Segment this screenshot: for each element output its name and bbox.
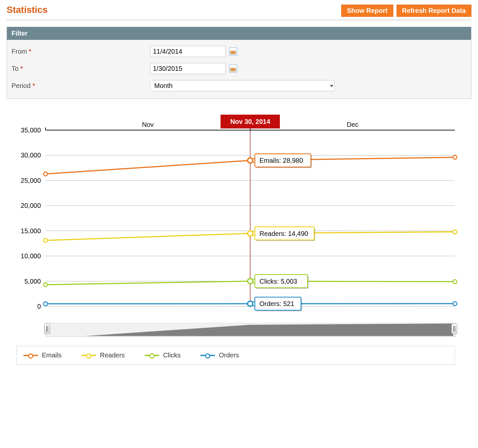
legend-item-emails[interactable]: Emails [23, 351, 62, 359]
svg-text:Nov: Nov [142, 121, 154, 128]
svg-point-24 [44, 172, 47, 176]
filter-row-period: Period * Month [12, 80, 466, 91]
svg-point-55 [248, 301, 253, 306]
svg-text:15,000: 15,000 [21, 227, 41, 235]
svg-text:30,000: 30,000 [21, 152, 41, 159]
calendar-icon[interactable] [229, 65, 237, 72]
legend-swatch-icon [200, 355, 215, 356]
svg-point-27 [44, 238, 47, 242]
svg-point-50 [248, 279, 253, 284]
required-marker: * [20, 65, 23, 72]
legend-swatch-icon [23, 355, 38, 356]
period-select[interactable]: Month [150, 80, 335, 91]
filter-panel-title: Filter [7, 27, 471, 40]
legend-label: Emails [42, 351, 62, 359]
chart-range-scroller[interactable] [45, 323, 456, 339]
svg-text:Readers: 14,490: Readers: 14,490 [259, 230, 308, 237]
svg-text:0: 0 [37, 303, 41, 310]
svg-point-33 [44, 302, 47, 306]
svg-point-35 [453, 302, 457, 306]
page-header: Statistics Show Report Refresh Report Da… [7, 3, 471, 21]
to-date-input[interactable] [150, 63, 226, 74]
header-buttons: Show Report Refresh Report Data [341, 5, 471, 17]
svg-text:Dec: Dec [347, 121, 359, 128]
legend-swatch-icon [81, 355, 96, 356]
range-handle-right[interactable] [451, 323, 457, 334]
to-label: To * [12, 65, 150, 72]
from-label-text: From [12, 48, 27, 55]
legend-swatch-icon [145, 355, 159, 356]
svg-text:Emails: 28,980: Emails: 28,980 [259, 157, 303, 164]
svg-point-45 [248, 231, 253, 236]
period-label-text: Period [12, 82, 31, 89]
svg-text:35,000: 35,000 [21, 126, 41, 134]
svg-point-29 [453, 230, 457, 234]
scroll-overview [45, 323, 456, 339]
legend-label: Clicks [163, 351, 181, 359]
from-label: From * [12, 48, 150, 55]
range-handle-left[interactable] [44, 323, 50, 334]
refresh-report-button[interactable]: Refresh Report Data [397, 5, 471, 17]
filter-row-from: From * [12, 46, 466, 57]
period-label: Period * [12, 82, 150, 90]
svg-point-26 [453, 155, 457, 159]
svg-text:Clicks: 5,003: Clicks: 5,003 [259, 278, 297, 285]
svg-point-30 [44, 283, 47, 287]
chart: 05,00010,00015,00020,00025,00030,00035,0… [7, 112, 462, 316]
from-date-input[interactable] [150, 46, 226, 57]
required-marker: * [32, 82, 35, 89]
to-label-text: To [12, 65, 18, 72]
legend-item-orders[interactable]: Orders [200, 351, 239, 359]
legend-item-readers[interactable]: Readers [81, 351, 125, 359]
chart-legend: Emails Readers Clicks Orders [16, 346, 455, 365]
svg-text:20,000: 20,000 [21, 202, 41, 209]
svg-text:5,000: 5,000 [24, 278, 41, 285]
chart-svg: 05,00010,00015,00020,00025,00030,00035,0… [7, 112, 462, 316]
page-title: Statistics [7, 5, 48, 15]
required-marker: * [29, 48, 31, 55]
svg-text:25,000: 25,000 [21, 177, 41, 184]
svg-point-32 [453, 280, 457, 284]
calendar-icon[interactable] [229, 47, 237, 55]
legend-label: Orders [219, 351, 239, 359]
filter-body: From * To * Period * Month [7, 40, 471, 98]
legend-label: Readers [100, 351, 125, 359]
filter-panel: Filter From * To * Period * Month [7, 27, 471, 99]
legend-item-clicks[interactable]: Clicks [145, 351, 181, 359]
show-report-button[interactable]: Show Report [341, 5, 393, 17]
svg-text:Orders: 521: Orders: 521 [259, 300, 294, 307]
filter-row-to: To * [12, 63, 466, 74]
svg-point-40 [248, 158, 253, 163]
svg-text:10,000: 10,000 [21, 252, 41, 260]
svg-text:Nov 30, 2014: Nov 30, 2014 [230, 118, 270, 125]
